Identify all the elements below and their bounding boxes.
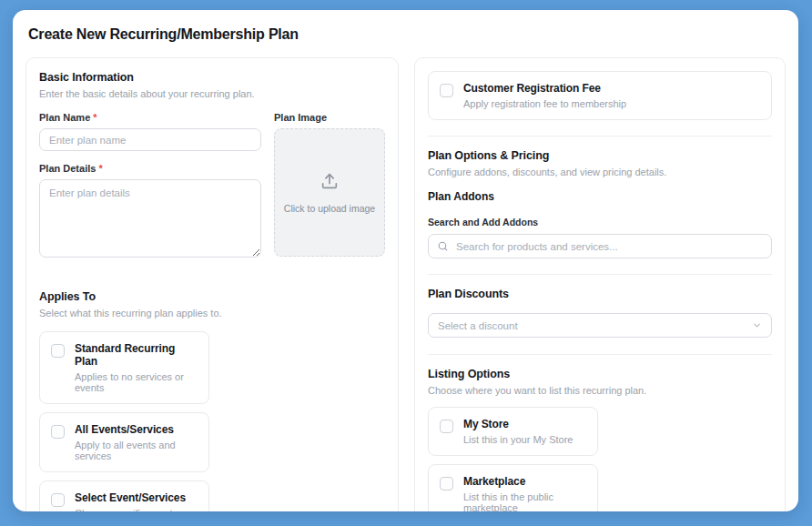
upload-hint-text: Click to upload image: [284, 203, 375, 214]
checkbox-marketplace[interactable]: [440, 477, 453, 491]
plan-options-pricing-subtitle: Configure addons, discounts, and view pr…: [428, 167, 772, 177]
section-divider: [428, 354, 772, 355]
page-title: Create New Recurring/Membership Plan: [28, 26, 798, 43]
plan-name-input[interactable]: [39, 128, 261, 151]
discount-select[interactable]: Select a discount: [428, 313, 772, 338]
option-select-event-services[interactable]: Select Event/Services Choose specific ev…: [39, 480, 209, 511]
applies-to-options: Standard Recurring Plan Applies to no se…: [39, 331, 385, 511]
addons-search-input[interactable]: [428, 234, 772, 258]
listing-options-subtitle: Choose where you want to list this recur…: [428, 385, 772, 396]
checkbox-my-store[interactable]: [440, 420, 453, 433]
options-pricing-panel: Customer Registration Fee Apply registra…: [414, 57, 786, 511]
checkbox-customer-registration-fee[interactable]: [440, 84, 453, 97]
basic-information-subtitle: Enter the basic details about your recur…: [39, 88, 385, 99]
option-title: Standard Recurring Plan: [75, 342, 198, 368]
section-divider: [428, 136, 772, 137]
plan-details-textarea[interactable]: [39, 179, 261, 258]
section-divider: [428, 274, 772, 275]
basic-information-heading: Basic Information: [39, 71, 385, 84]
plan-options-pricing-heading: Plan Options & Pricing: [428, 149, 772, 162]
option-subtitle: List this in your My Store: [463, 434, 573, 445]
option-subtitle: Applies to no services or events: [75, 371, 198, 393]
applies-to-subtitle: Select what this recurring plan applies …: [39, 308, 385, 319]
checkbox-all-events-services[interactable]: [51, 425, 65, 439]
option-subtitle: Apply registration fee to membership: [463, 98, 626, 109]
option-subtitle: Apply to all events and services: [75, 440, 198, 461]
option-my-store[interactable]: My Store List this in your My Store: [428, 407, 598, 456]
option-title: All Events/Services: [75, 423, 198, 436]
option-all-events-services[interactable]: All Events/Services Apply to all events …: [39, 412, 209, 472]
plan-details-label: Plan Details *: [39, 163, 261, 174]
option-title: Select Event/Services: [75, 491, 198, 504]
plan-name-label: Plan Name *: [39, 112, 261, 123]
required-asterisk: *: [98, 163, 102, 174]
discount-select-placeholder: Select a discount: [438, 320, 518, 331]
option-title: Marketplace: [463, 475, 586, 488]
option-title: Customer Registration Fee: [463, 82, 626, 95]
checkbox-standard-recurring-plan[interactable]: [51, 344, 65, 358]
option-customer-registration-fee[interactable]: Customer Registration Fee Apply registra…: [428, 71, 772, 120]
plan-discounts-heading: Plan Discounts: [428, 288, 772, 300]
addons-search-field: [428, 234, 772, 258]
option-marketplace[interactable]: Marketplace List this in the public mark…: [428, 464, 598, 511]
option-standard-recurring-plan[interactable]: Standard Recurring Plan Applies to no se…: [39, 331, 209, 404]
listing-options-heading: Listing Options: [428, 368, 772, 380]
applies-to-heading: Applies To: [39, 290, 385, 303]
plan-addons-heading: Plan Addons: [428, 190, 772, 203]
option-subtitle: Choose specific events or services: [75, 508, 198, 511]
create-plan-modal: Create New Recurring/Membership Plan Bas…: [13, 10, 798, 511]
search-addons-label: Search and Add Addons: [428, 217, 772, 228]
required-asterisk: *: [93, 112, 96, 123]
option-subtitle: List this in the public marketplace: [463, 491, 586, 511]
checkbox-select-event-services[interactable]: [51, 493, 65, 507]
option-title: My Store: [463, 418, 573, 430]
listing-options: My Store List this in your My Store Mark…: [428, 407, 772, 511]
basic-information-panel: Basic Information Enter the basic detail…: [25, 57, 399, 511]
upload-icon: [320, 171, 340, 195]
plan-image-label: Plan Image: [274, 112, 385, 123]
plan-image-upload-dropzone[interactable]: Click to upload image: [274, 128, 385, 257]
form-columns: Basic Information Enter the basic detail…: [25, 57, 786, 511]
chevron-down-icon: [752, 318, 762, 334]
